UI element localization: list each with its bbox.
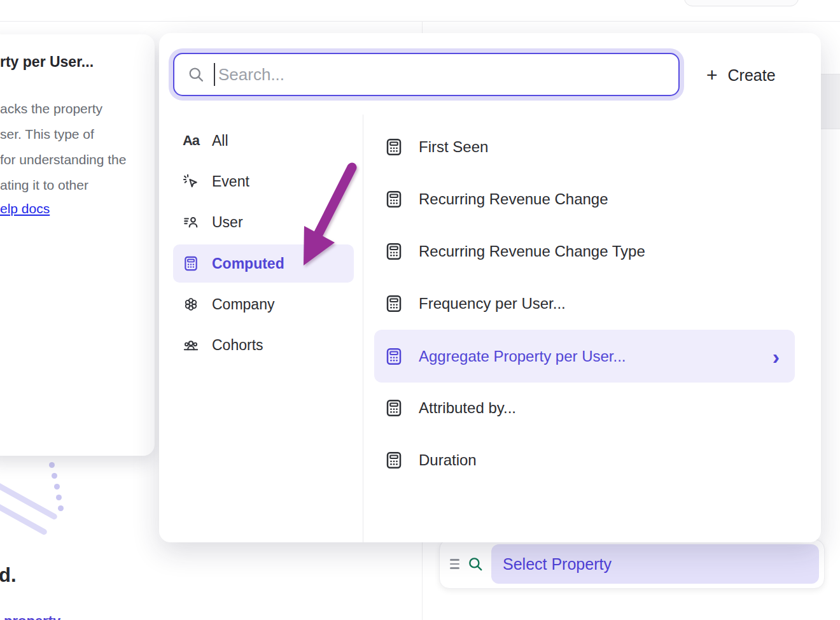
calculator-icon xyxy=(384,294,403,313)
category-label: Event xyxy=(212,173,249,190)
property-item[interactable]: Duration xyxy=(374,446,795,475)
background-toolbar-edge xyxy=(821,74,840,129)
green-search-icon xyxy=(467,556,484,572)
calculator-icon xyxy=(183,255,199,272)
tooltip-body-line: for understanding the xyxy=(0,147,146,173)
category-tab-event[interactable]: Event xyxy=(173,167,354,195)
property-tooltip-card: rty per User... acks the property ser. T… xyxy=(0,34,155,456)
decor-dot xyxy=(56,495,62,500)
category-label: Computed xyxy=(212,255,284,272)
select-property-card: Select Property xyxy=(439,539,825,589)
cohorts-people-icon xyxy=(183,337,199,353)
category-label: User xyxy=(212,214,243,231)
category-tab-all[interactable]: Aa All xyxy=(173,127,354,155)
property-item[interactable]: First Seen xyxy=(374,132,795,162)
background-divider-horizontal xyxy=(0,21,840,22)
property-item-label: Recurring Revenue Change Type xyxy=(419,243,645,260)
calculator-icon xyxy=(384,190,403,209)
help-docs-link[interactable]: elp docs xyxy=(0,201,50,216)
company-cluster-icon xyxy=(183,296,199,313)
cursor-click-icon xyxy=(183,173,199,190)
search-icon xyxy=(187,66,205,83)
tooltip-body-line: ser. This type of xyxy=(0,122,146,147)
decor-dot xyxy=(54,484,60,490)
clipped-purple-text: property xyxy=(4,613,60,620)
decor-dot xyxy=(52,473,57,479)
property-item-aggregate-property-per-user[interactable]: Aggregate Property per User... › xyxy=(374,330,795,383)
calculator-icon xyxy=(384,451,403,470)
category-label: All xyxy=(212,132,228,150)
property-item[interactable]: Frequency per User... xyxy=(374,289,795,318)
property-item[interactable]: Recurring Revenue Change Type xyxy=(374,237,795,266)
calculator-icon xyxy=(384,398,403,418)
calculator-icon xyxy=(384,242,403,261)
tooltip-title: rty per User... xyxy=(0,53,146,71)
aa-text-icon: Aa xyxy=(183,132,199,149)
property-item-label: Recurring Revenue Change xyxy=(419,190,608,208)
tooltip-body-line: acks the property xyxy=(0,96,146,122)
property-item-label: Frequency per User... xyxy=(419,295,566,313)
modal-column-divider xyxy=(363,115,363,542)
text-cursor xyxy=(214,63,215,86)
clipped-top-button xyxy=(684,0,799,6)
category-tab-user[interactable]: User xyxy=(173,208,354,236)
decor-dot xyxy=(58,505,64,511)
user-list-icon xyxy=(183,214,199,230)
decor-dot xyxy=(49,462,55,468)
clipped-background-heading: d. xyxy=(0,564,17,587)
select-property-button[interactable]: Select Property xyxy=(491,544,819,584)
category-tab-computed[interactable]: Computed xyxy=(173,244,354,283)
property-item[interactable]: Attributed by... xyxy=(374,393,795,423)
property-item-label: First Seen xyxy=(419,138,488,156)
search-field[interactable] xyxy=(173,53,680,96)
create-button[interactable]: + Create xyxy=(701,60,781,90)
select-property-label: Select Property xyxy=(503,555,612,574)
property-item-label: Attributed by... xyxy=(419,399,516,417)
calculator-icon xyxy=(384,137,403,157)
property-item-label: Aggregate Property per User... xyxy=(419,348,626,365)
create-button-label: Create xyxy=(728,66,776,85)
category-tab-company[interactable]: Company xyxy=(173,290,354,318)
plus-icon: + xyxy=(706,66,718,85)
calculator-icon xyxy=(384,347,403,366)
drag-handle-icon[interactable] xyxy=(447,556,462,572)
property-item-label: Duration xyxy=(419,451,477,469)
category-label: Company xyxy=(212,296,274,313)
category-label: Cohorts xyxy=(212,337,263,354)
category-tab-cohorts[interactable]: Cohorts xyxy=(173,331,354,359)
search-input[interactable] xyxy=(217,64,678,85)
chevron-right-icon: › xyxy=(773,346,780,367)
property-picker-screen: d. property rty per User... acks the pro… xyxy=(0,0,840,620)
property-picker-modal: + Create Aa All Event xyxy=(159,33,821,542)
tooltip-body-line: ating it to other xyxy=(0,173,146,198)
property-item[interactable]: Recurring Revenue Change xyxy=(374,185,795,214)
